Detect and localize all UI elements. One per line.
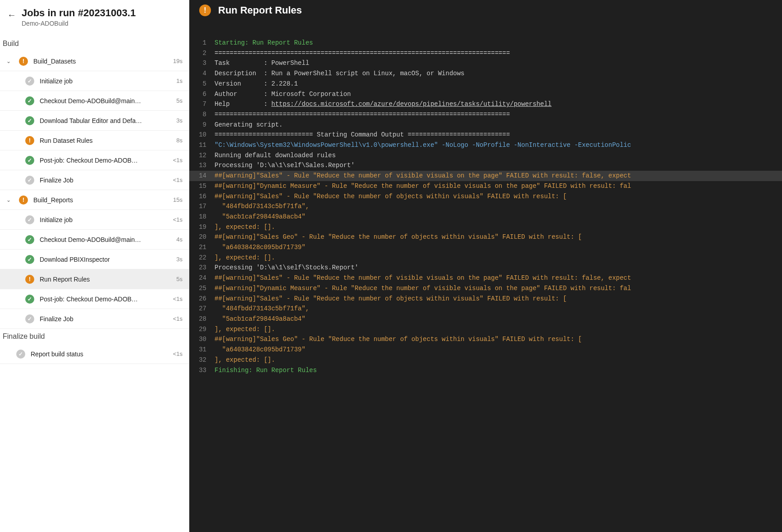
finalize-build-label: Finalize build: [0, 329, 189, 344]
step-name: Checkout Demo-ADOBuild@main…: [40, 236, 164, 243]
line-number: 17: [189, 201, 215, 212]
step-row[interactable]: Run Dataset Rules8s: [0, 131, 189, 150]
skipped-icon: [16, 350, 25, 359]
line-number: 12: [189, 150, 215, 161]
step-duration: <1s: [169, 296, 183, 302]
step-duration: 5s: [169, 276, 183, 282]
step-row[interactable]: Post-job: Checkout Demo-ADOB…<1s: [0, 150, 189, 170]
line-number: 3: [189, 58, 215, 68]
log-line: 7Help : https://docs.microsoft.com/azure…: [189, 99, 782, 109]
line-content: ##[warning]"Sales Geo" - Rule "Reduce th…: [215, 232, 782, 242]
step-duration: <1s: [169, 177, 183, 183]
line-number: 5: [189, 79, 215, 89]
line-number: 27: [189, 304, 215, 314]
line-number: 6: [189, 89, 215, 100]
log-line: 16##[warning]"Sales" - Rule "Reduce the …: [189, 191, 782, 202]
line-number: 31: [189, 345, 215, 355]
line-content: Author : Microsoft Corporation: [215, 89, 782, 100]
step-row[interactable]: Initialize job1s: [0, 71, 189, 91]
sidebar-header: ← Jobs in run #20231003.1 Demo-ADOBuild: [0, 0, 189, 36]
line-number: 30: [189, 334, 215, 345]
log-line: 31 "a64038428c095bd71739": [189, 345, 782, 355]
step-row[interactable]: Download Tabular Editor and Defa…3s: [0, 111, 189, 131]
log-line: 28 "5acb1caf298449a8acb4": [189, 314, 782, 324]
line-content: "484fbdd73143c5bf71fa",: [215, 201, 782, 212]
success-icon: [25, 235, 34, 244]
line-content: "a64038428c095bd71739": [215, 242, 782, 253]
line-content: "5acb1caf298449a8acb4": [215, 314, 782, 324]
line-number: 13: [189, 160, 215, 171]
log-line: 6Author : Microsoft Corporation: [189, 89, 782, 100]
line-content: ##[warning]"Sales" - Rule "Reduce the nu…: [215, 294, 782, 304]
line-content: ], expected: [].: [215, 355, 782, 365]
step-duration: 4s: [169, 236, 183, 243]
log-line: 21 "a64038428c095bd71739": [189, 242, 782, 253]
log-line: 29], expected: [].: [189, 324, 782, 335]
log-line: 12Running default downloaded rules: [189, 150, 782, 161]
log-panel: Run Report Rules 1Starting: Run Report R…: [189, 0, 782, 532]
step-name: Finalize Job: [40, 315, 164, 323]
step-name: Finalize Job: [40, 177, 164, 184]
page-title: Jobs in run #20231003.1: [22, 7, 136, 19]
line-number: 7: [189, 99, 215, 109]
line-number: 23: [189, 263, 215, 273]
line-content: "484fbdd73143c5bf71fa",: [215, 304, 782, 314]
step-row[interactable]: Checkout Demo-ADOBuild@main…4s: [0, 230, 189, 250]
line-number: 33: [189, 365, 215, 376]
job-row[interactable]: ⌄Build_Datasets19s: [0, 51, 189, 71]
line-number: 4: [189, 68, 215, 79]
step-name: Download Tabular Editor and Defa…: [40, 117, 164, 124]
log-line: 27 "484fbdd73143c5bf71fa",: [189, 304, 782, 314]
step-name: Download PBIXInspector: [40, 256, 164, 263]
step-name: Initialize job: [40, 216, 164, 223]
line-content: ##[warning]"Sales Geo" - Rule "Reduce th…: [215, 334, 782, 345]
line-number: 25: [189, 283, 215, 294]
step-row[interactable]: Download PBIXInspector3s: [0, 250, 189, 269]
success-icon: [25, 116, 34, 125]
step-row[interactable]: Post-job: Checkout Demo-ADOB…<1s: [0, 289, 189, 309]
step-row[interactable]: Initialize job<1s: [0, 210, 189, 230]
step-row[interactable]: Report build status<1s: [0, 344, 189, 364]
help-link[interactable]: https://docs.microsoft.com/azure/devops/…: [271, 100, 552, 108]
line-content: Version : 2.228.1: [215, 79, 782, 89]
line-content: ##[warning]"Dynamic Measure" - Rule "Red…: [215, 283, 782, 294]
step-row[interactable]: Finalize Job<1s: [0, 309, 189, 329]
log-line: 14##[warning]"Sales" - Rule "Reduce the …: [189, 171, 782, 181]
line-content: "a64038428c095bd71739": [215, 345, 782, 355]
log-line: 9Generating script.: [189, 120, 782, 130]
log-line: 26##[warning]"Sales" - Rule "Reduce the …: [189, 294, 782, 304]
success-icon: [25, 96, 34, 105]
line-content: ##[warning]"Sales" - Rule "Reduce the nu…: [215, 273, 782, 283]
step-row[interactable]: Checkout Demo-ADOBuild@main…5s: [0, 91, 189, 111]
step-name: Post-job: Checkout Demo-ADOB…: [40, 296, 164, 303]
step-row[interactable]: Finalize Job<1s: [0, 170, 189, 190]
line-number: 26: [189, 294, 215, 304]
line-number: 24: [189, 273, 215, 283]
log-line: 11"C:\Windows\System32\WindowsPowerShell…: [189, 140, 782, 150]
chevron-down-icon: ⌄: [6, 58, 14, 64]
line-content: Running default downloaded rules: [215, 150, 782, 161]
log-line: 30##[warning]"Sales Geo" - Rule "Reduce …: [189, 334, 782, 345]
back-arrow-icon[interactable]: ←: [7, 10, 16, 20]
step-name: Run Dataset Rules: [40, 137, 164, 144]
step-row[interactable]: Run Report Rules5s: [0, 269, 189, 289]
log-area[interactable]: 1Starting: Run Report Rules2============…: [189, 21, 782, 532]
line-content: ], expected: [].: [215, 253, 782, 263]
log-header: Run Report Rules: [189, 0, 782, 21]
step-duration: <1s: [169, 350, 183, 357]
log-line: 8=======================================…: [189, 109, 782, 120]
log-line: 17 "484fbdd73143c5bf71fa",: [189, 201, 782, 212]
job-name: Build_Reports: [33, 196, 164, 204]
line-number: 2: [189, 48, 215, 59]
line-number: 21: [189, 242, 215, 253]
step-name: Run Report Rules: [40, 276, 164, 283]
log-line: 22], expected: [].: [189, 253, 782, 263]
job-row[interactable]: ⌄Build_Reports15s: [0, 190, 189, 210]
log-line: 20##[warning]"Sales Geo" - Rule "Reduce …: [189, 232, 782, 242]
step-duration: 1s: [169, 77, 183, 84]
stage-label: Build: [0, 36, 189, 51]
log-line: 23Processing 'D:\a\1\self\Stocks.Report': [189, 263, 782, 273]
line-content: Processing 'D:\a\1\self\Stocks.Report': [215, 263, 782, 273]
line-content: Help : https://docs.microsoft.com/azure/…: [215, 99, 782, 109]
skipped-icon: [25, 77, 34, 86]
